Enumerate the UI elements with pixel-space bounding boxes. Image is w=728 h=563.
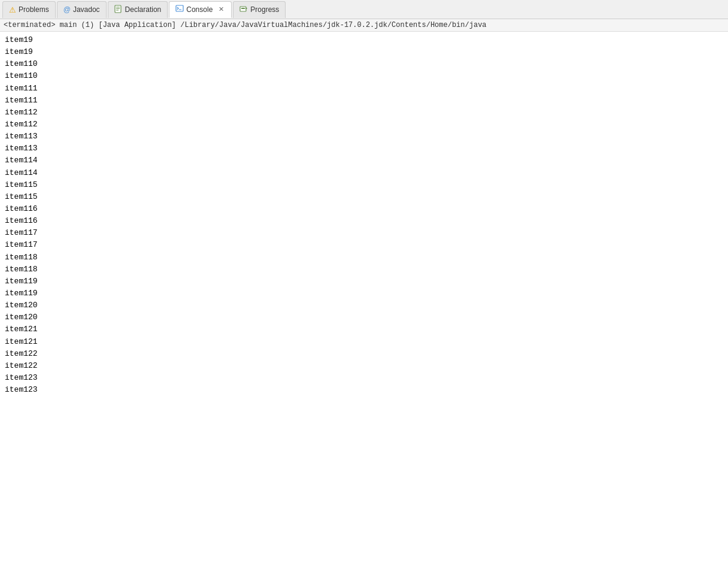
console-output: item19item19item110item110item111item111… (0, 32, 728, 398)
console-line: item116 (5, 203, 723, 215)
console-line: item117 (5, 239, 723, 251)
tab-console[interactable]: Console ✕ (169, 1, 232, 18)
console-line: item19 (5, 34, 723, 46)
console-line: item114 (5, 155, 723, 167)
console-line: item122 (5, 360, 723, 372)
console-line: item112 (5, 107, 723, 119)
console-icon (175, 4, 184, 14)
console-line: item118 (5, 264, 723, 276)
console-line: item117 (5, 227, 723, 239)
console-close-button[interactable]: ✕ (217, 5, 225, 13)
console-line: item119 (5, 276, 723, 287)
tab-declaration[interactable]: Declaration (108, 1, 168, 18)
console-line: item123 (5, 372, 723, 384)
console-line: item122 (5, 348, 723, 360)
console-line: item110 (5, 58, 723, 70)
svg-rect-7 (241, 8, 245, 9)
console-line: item121 (5, 323, 723, 335)
svg-rect-4 (176, 5, 183, 11)
declaration-icon (114, 5, 123, 15)
console-line: item118 (5, 252, 723, 264)
console-line: item119 (5, 287, 723, 299)
javadoc-icon: @ (63, 5, 71, 14)
console-line: item113 (5, 131, 723, 143)
console-line: item123 (5, 384, 723, 396)
tab-console-label: Console (186, 5, 213, 14)
console-line: item120 (5, 299, 723, 311)
tab-bar: ⚠ Problems @ Javadoc Declaration Consol (0, 0, 728, 19)
tab-problems[interactable]: ⚠ Problems (2, 1, 56, 18)
progress-icon (239, 5, 248, 15)
tab-progress[interactable]: Progress (233, 1, 286, 18)
tab-javadoc-label: Javadoc (73, 5, 100, 14)
console-header: <terminated> main (1) [Java Application]… (0, 19, 728, 32)
console-line: item112 (5, 119, 723, 131)
console-line: item110 (5, 70, 723, 82)
console-line: item114 (5, 167, 723, 179)
tab-declaration-label: Declaration (125, 5, 162, 14)
tab-progress-label: Progress (250, 5, 279, 14)
console-line: item111 (5, 83, 723, 95)
console-line: item116 (5, 215, 723, 227)
console-line: item120 (5, 311, 723, 323)
console-line: item115 (5, 191, 723, 203)
tab-javadoc[interactable]: @ Javadoc (57, 1, 107, 18)
tab-problems-label: Problems (19, 5, 49, 14)
console-line: item19 (5, 46, 723, 58)
problems-icon: ⚠ (9, 5, 16, 14)
console-line: item115 (5, 179, 723, 191)
console-line: item121 (5, 336, 723, 348)
console-line: item113 (5, 143, 723, 155)
console-line: item111 (5, 95, 723, 107)
